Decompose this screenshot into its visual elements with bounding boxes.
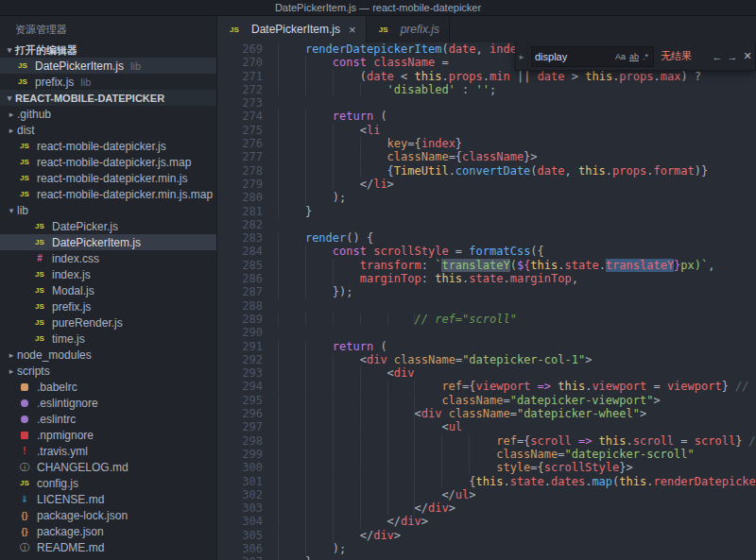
tree-item-index.js[interactable]: JSindex.js [0, 266, 216, 282]
open-editors-header[interactable]: ▾ 打开的编辑器 [0, 42, 216, 58]
open-editors-list: JSDatePickerItem.jslibJSprefix.jslib [0, 58, 216, 90]
code-line[interactable]: 300 style={scrollStyle}> [217, 461, 756, 474]
code-line[interactable]: 290 [217, 326, 756, 339]
code-line[interactable]: 276 key={index} [217, 137, 756, 150]
line-content: className="datepicker-scroll" [270, 448, 695, 461]
code-line[interactable]: 298 ref={scroll => this.scroll = scroll}… [217, 434, 756, 448]
line-number: 294 [217, 380, 270, 393]
code-line[interactable]: 271 (date < this.props.min || date > thi… [217, 70, 756, 83]
tree-item-.eslintrc[interactable]: .eslintrc [0, 411, 216, 427]
tree-folder-.github[interactable]: ▸.github [0, 106, 216, 122]
code-line[interactable]: 291 return ( [217, 340, 756, 353]
open-editor-item[interactable]: JSprefix.jslib [0, 74, 216, 90]
code-line[interactable]: 286 marginTop: this.state.marginTop, [217, 272, 756, 285]
code-line[interactable]: 293 <div [217, 366, 756, 380]
code-line[interactable]: 288 [217, 299, 756, 313]
code-line[interactable]: 279 </li> [217, 178, 756, 191]
tree-item-CHANGELOG.md[interactable]: ⓘCHANGELOG.md [0, 459, 216, 475]
js-icon: JS [17, 140, 32, 153]
code-line[interactable]: 301 {this.state.dates.map(this.renderDat… [217, 475, 756, 488]
tree-item-react-mobile-datepicker.min.js.map[interactable]: JSreact-mobile-datepicker.min.js.map [0, 186, 216, 202]
tree-folder-lib[interactable]: ▾lib [0, 202, 216, 218]
code-line[interactable]: 278 {TimeUtil.convertDate(date, this.pro… [217, 164, 756, 178]
tree-folder-scripts[interactable]: ▸scripts [0, 363, 216, 379]
tree-item-.eslintignore[interactable]: .eslintignore [0, 395, 216, 411]
code-line[interactable]: 303 </div> [217, 501, 756, 515]
code-editor[interactable]: 269 renderDatepickerItem(date, index) {2… [217, 42, 756, 560]
tree-item-prefix.js[interactable]: JSprefix.js [0, 298, 216, 314]
code-line[interactable]: 275 <li [217, 124, 756, 137]
next-match-icon[interactable]: → [725, 51, 740, 62]
tree-item-DatePickerItem.js[interactable]: JSDatePickerItem.js [0, 234, 216, 250]
line-content: key={index} [270, 137, 462, 150]
code-line[interactable]: 297 <ul [217, 420, 756, 433]
tree-item-react-mobile-datepicker.js.map[interactable]: JSreact-mobile-datepicker.js.map [0, 154, 216, 170]
chevron-down-icon: ▾ [4, 93, 15, 103]
tree-folder-dist[interactable]: ▸dist [0, 122, 216, 138]
json-icon: {} [17, 525, 32, 538]
code-line[interactable]: 296 <div className="datepicker-wheel"> [217, 407, 756, 420]
tree-item-react-mobile-datepicker.js[interactable]: JSreact-mobile-datepicker.js [0, 138, 216, 154]
code-line[interactable]: 285 transform: `translateY(${this.state.… [217, 259, 756, 272]
line-content: <div className="datepicker-wheel"> [270, 407, 646, 420]
close-icon[interactable]: × [349, 23, 356, 37]
tab-DatePickerItem.js[interactable]: JSDatePickerItem.js× [217, 16, 367, 42]
code-line[interactable]: 307 } [217, 555, 756, 560]
line-content: ref={viewport => this.viewport = viewpor… [270, 380, 756, 393]
open-editor-detail: lib [80, 76, 91, 88]
code-line[interactable]: 292 <div className="datepicker-col-1"> [217, 353, 756, 366]
tree-item-.babelrc[interactable]: .babelrc [0, 379, 216, 395]
regex-icon[interactable]: .* [641, 52, 650, 61]
line-content: render() { [270, 231, 373, 245]
code-line[interactable]: 305 </div> [217, 529, 756, 542]
tree-root-header[interactable]: ▾ REACT-MOBILE-DATEPICKER [0, 90, 216, 106]
line-number: 302 [217, 488, 270, 501]
tree-item-.travis.yml[interactable]: !.travis.yml [0, 443, 216, 459]
tree-item-LICENSE.md[interactable]: ⇓LICENSE.md [0, 491, 216, 507]
code-line[interactable]: 281 } [217, 205, 756, 218]
whole-word-icon[interactable]: ab [627, 52, 641, 61]
tree-item-config.js[interactable]: JSconfig.js [0, 475, 216, 491]
open-editors-label: 打开的编辑器 [15, 43, 77, 58]
toggle-replace-icon[interactable]: ▸ [516, 42, 528, 70]
code-line[interactable]: 306 ); [217, 542, 756, 555]
previous-match-icon[interactable]: ← [710, 51, 725, 62]
code-line[interactable]: 302 </ul> [217, 488, 756, 501]
tree-item-time.js[interactable]: JStime.js [0, 331, 216, 347]
tree-folder-node_modules[interactable]: ▸node_modules [0, 347, 216, 363]
tree-item-README.md[interactable]: ⓘREADME.md [0, 539, 216, 555]
code-line[interactable]: 282 [217, 218, 756, 231]
line-number: 306 [217, 542, 270, 555]
tree-item-package-lock.json[interactable]: {}package-lock.json [0, 507, 216, 523]
line-number: 275 [217, 124, 270, 137]
tree-item-index.css[interactable]: #index.css [0, 250, 216, 266]
code-line[interactable]: 299 className="datepicker-scroll" [217, 448, 756, 461]
code-line[interactable]: 287 }); [217, 285, 756, 298]
tree-item-.npmignore[interactable]: .npmignore [0, 427, 216, 443]
match-case-icon[interactable]: Aa [613, 52, 627, 61]
code-line[interactable]: 289 // ref="scroll" [217, 313, 756, 326]
code-line[interactable]: 295 className="datepicker-viewport"> [217, 394, 756, 407]
code-line[interactable]: 280 ); [217, 191, 756, 204]
line-content: } [270, 205, 312, 218]
open-editor-item[interactable]: JSDatePickerItem.jslib [0, 58, 216, 74]
code-line[interactable]: 277 className={className}> [217, 150, 756, 163]
file-label: react-mobile-datepicker.js.map [37, 156, 191, 169]
window-title: DatePickerItem.js — react-mobile-datepic… [0, 0, 756, 16]
close-icon[interactable]: ✕ [740, 50, 755, 62]
code-line[interactable]: 294 ref={viewport => this.viewport = vie… [217, 380, 756, 393]
code-line[interactable]: 304 </div> [217, 515, 756, 528]
tree-item-package.json[interactable]: {}package.json [0, 523, 216, 539]
tree-item-DatePicker.js[interactable]: JSDatePicker.js [0, 218, 216, 234]
find-input[interactable] [535, 51, 613, 62]
code-line[interactable]: 283 render() { [217, 231, 756, 245]
code-line[interactable]: 274 return ( [217, 110, 756, 123]
tree-item-Modal.js[interactable]: JSModal.js [0, 282, 216, 298]
tab-prefix.js[interactable]: JSprefix.js [367, 16, 450, 42]
tree-item-pureRender.js[interactable]: JSpureRender.js [0, 314, 216, 331]
tree-item-react-mobile-datepicker.min.js[interactable]: JSreact-mobile-datepicker.min.js [0, 170, 216, 186]
code-line[interactable]: 284 const scrollStyle = formatCss({ [217, 245, 756, 258]
code-line[interactable]: 273 [217, 96, 756, 110]
folder-label: scripts [17, 365, 50, 378]
code-line[interactable]: 272 'disabled' : ''; [217, 83, 756, 96]
